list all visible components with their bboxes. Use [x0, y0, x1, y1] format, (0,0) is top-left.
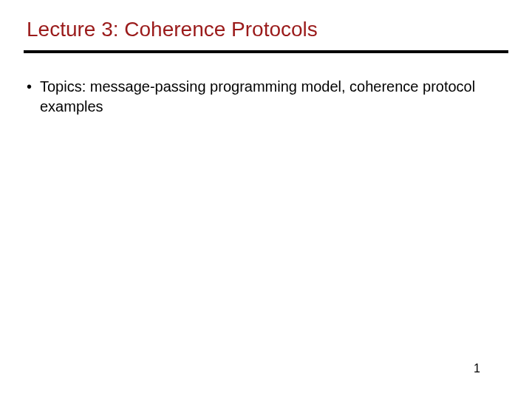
bullet-list: • Topics: message-passing programming mo…	[24, 77, 508, 117]
bullet-text: Topics: message-passing programming mode…	[40, 77, 508, 117]
page-number: 1	[474, 362, 480, 375]
slide-container: Lecture 3: Coherence Protocols • Topics:…	[0, 0, 532, 399]
title-rule	[24, 50, 508, 53]
bullet-marker: •	[27, 77, 32, 97]
slide-title: Lecture 3: Coherence Protocols	[27, 18, 508, 41]
bullet-item: • Topics: message-passing programming mo…	[27, 77, 508, 117]
